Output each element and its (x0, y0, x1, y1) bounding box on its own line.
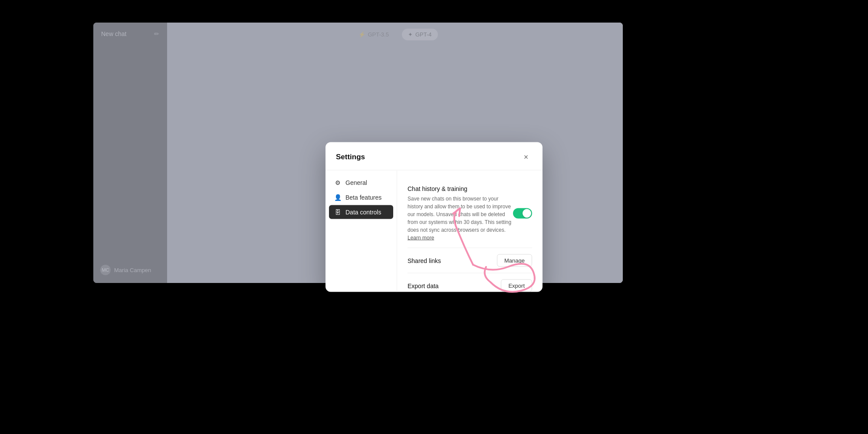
toggle-knob (523, 209, 531, 218)
modal-header: Settings × (326, 142, 542, 171)
shared-links-label: Shared links (408, 257, 441, 264)
nav-item-data-controls[interactable]: 🗄 Data controls (329, 205, 393, 219)
gpt4-tab[interactable]: ✦ GPT-4 (402, 29, 438, 40)
edit-icon: ✏ (154, 30, 159, 37)
gear-icon: ⚙ (334, 179, 341, 186)
modal-body: ⚙ General 👤 Beta features 🗄 Data control… (326, 171, 542, 292)
nav-general-label: General (345, 179, 367, 186)
nav-data-label: Data controls (345, 209, 381, 216)
modal-title: Settings (336, 153, 365, 161)
export-data-row: Export data Export (408, 273, 532, 292)
settings-content: Chat history & training Save new chats o… (397, 171, 542, 292)
database-icon: 🗄 (334, 209, 341, 216)
close-button[interactable]: × (520, 151, 532, 163)
gpt35-label: GPT-3.5 (368, 31, 389, 38)
gpt35-icon: ⚡ (358, 31, 365, 38)
gpt4-icon: ✦ (408, 31, 413, 38)
chat-history-toggle[interactable] (513, 208, 532, 219)
user-name-label: Maria Campen (114, 267, 151, 273)
chat-history-label: Chat history & training (408, 185, 513, 192)
close-icon: × (524, 152, 529, 161)
chat-history-info: Chat history & training Save new chats o… (408, 185, 513, 242)
chat-history-description: Save new chats on this browser to your h… (408, 195, 513, 242)
nav-beta-label: Beta features (345, 194, 381, 201)
user-profile[interactable]: MC Maria Campen (97, 262, 164, 278)
export-button[interactable]: Export (501, 279, 532, 292)
new-chat-button[interactable]: New chat ✏ (97, 28, 164, 40)
model-selector-bar: ⚡ GPT-3.5 ✦ GPT-4 (167, 23, 623, 46)
export-data-label: Export data (408, 282, 439, 289)
new-chat-label: New chat (101, 30, 126, 37)
chat-history-row: Chat history & training Save new chats o… (408, 179, 532, 248)
learn-more-link[interactable]: Learn more (408, 235, 434, 241)
nav-item-beta[interactable]: 👤 Beta features (329, 191, 393, 204)
user-icon: 👤 (334, 194, 341, 201)
nav-item-general[interactable]: ⚙ General (329, 176, 393, 190)
gpt35-tab[interactable]: ⚡ GPT-3.5 (352, 29, 395, 40)
gpt4-label: GPT-4 (415, 31, 432, 38)
sidebar: New chat ✏ MC Maria Campen (93, 23, 167, 283)
shared-links-row: Shared links Manage (408, 248, 532, 273)
settings-nav: ⚙ General 👤 Beta features 🗄 Data control… (326, 171, 397, 292)
manage-button[interactable]: Manage (497, 254, 532, 267)
settings-modal: Settings × ⚙ General 👤 Beta features 🗄 D… (326, 142, 542, 292)
avatar: MC (100, 265, 111, 275)
